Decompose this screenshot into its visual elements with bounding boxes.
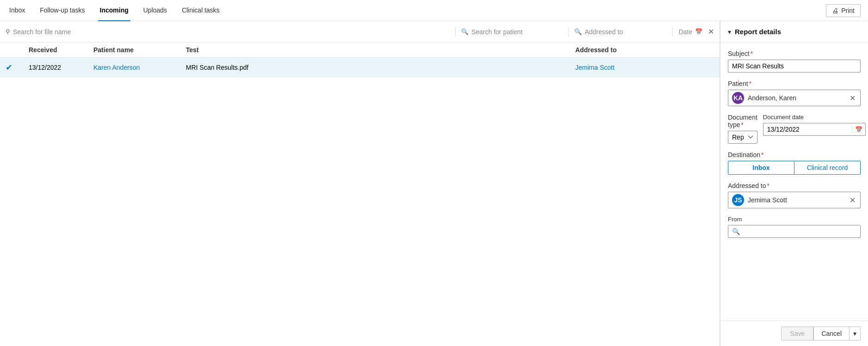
patient-placeholder: Search for patient bbox=[471, 28, 523, 36]
filter-divider-1 bbox=[455, 27, 456, 36]
tab-followup[interactable]: Follow-up tasks bbox=[38, 0, 86, 21]
doc-date-field: Document date 📅 bbox=[763, 114, 866, 144]
patient-label: Patient* bbox=[728, 80, 861, 87]
addressed-avatar: JS bbox=[732, 194, 744, 206]
subject-field: Subject* bbox=[728, 50, 861, 73]
search-icon-patient: 🔍 bbox=[461, 28, 468, 35]
doc-type-label: Document type* bbox=[728, 114, 757, 128]
right-panel: ▾ Report details Subject* Patient* KA bbox=[720, 21, 868, 346]
tab-inbox[interactable]: Inbox bbox=[7, 0, 27, 21]
col-test: Test bbox=[186, 46, 575, 54]
destination-required: * bbox=[761, 151, 763, 158]
row-check-icon: ✔ bbox=[6, 62, 29, 73]
patient-tag: KA Anderson, Karen ✕ bbox=[728, 90, 861, 106]
panel-title: Report details bbox=[735, 28, 781, 36]
table-header: Received Patient name Test Addressed to bbox=[0, 42, 720, 58]
from-input[interactable] bbox=[743, 228, 856, 235]
top-nav: Inbox Follow-up tasks Incoming Uploads C… bbox=[0, 0, 868, 21]
patient-field: Patient* KA Anderson, Karen ✕ bbox=[728, 80, 861, 106]
tab-incoming[interactable]: Incoming bbox=[98, 0, 130, 21]
doc-date-input-wrap: 📅 bbox=[763, 123, 866, 136]
save-button: Save bbox=[781, 327, 813, 340]
col-patient: Patient name bbox=[93, 46, 186, 54]
patient-avatar: KA bbox=[732, 92, 744, 104]
col-check bbox=[6, 46, 29, 54]
cancel-dropdown-button[interactable]: ▾ bbox=[850, 327, 861, 340]
addressed-filter[interactable]: 🔍 Addressed to bbox=[574, 28, 667, 36]
addressed-to-label: Addressed to* bbox=[728, 182, 861, 189]
doc-type-select[interactable]: Report bbox=[728, 131, 757, 144]
doc-type-required: * bbox=[741, 121, 743, 128]
doc-type-date-row: Document type* Report Document date 📅 bbox=[728, 114, 861, 144]
filter-close-icon[interactable]: ✕ bbox=[708, 27, 714, 36]
addressed-placeholder: Addressed to bbox=[585, 28, 623, 36]
search-icon-addressed: 🔍 bbox=[574, 28, 582, 35]
filter-divider-2 bbox=[568, 27, 569, 36]
destination-label: Destination* bbox=[728, 151, 861, 158]
addressed-to-field: Addressed to* JS Jemima Scott ✕ bbox=[728, 182, 861, 208]
row-test: MRI Scan Results.pdf bbox=[186, 64, 575, 71]
print-label: Print bbox=[841, 7, 855, 14]
panel-header: ▾ Report details bbox=[720, 21, 868, 42]
filter-icon: ⚲ bbox=[6, 28, 10, 35]
doc-date-label: Document date bbox=[763, 114, 866, 121]
row-addressed-to[interactable]: Jemima Scott bbox=[575, 64, 714, 71]
collapse-icon[interactable]: ▾ bbox=[728, 28, 731, 36]
subject-input[interactable] bbox=[728, 60, 861, 73]
panel-body: Subject* Patient* KA Anderson, Karen ✕ bbox=[720, 42, 868, 321]
patient-remove-button[interactable]: ✕ bbox=[849, 94, 856, 103]
main-layout: ⚲ Search for file name 🔍 Search for pati… bbox=[0, 21, 868, 346]
print-button[interactable]: 🖨 Print bbox=[826, 4, 861, 17]
date-filter[interactable]: Date 📅 bbox=[678, 28, 702, 36]
cancel-button[interactable]: Cancel bbox=[813, 327, 850, 340]
tab-clinical[interactable]: Clinical tasks bbox=[180, 0, 222, 21]
table-row[interactable]: ✔ 13/12/2022 Karen Anderson MRI Scan Res… bbox=[0, 58, 720, 78]
doc-date-calendar-button[interactable]: 📅 bbox=[852, 126, 865, 133]
patient-name: Anderson, Karen bbox=[748, 94, 845, 102]
destination-buttons: Inbox Clinical record bbox=[728, 161, 861, 175]
addressed-tag: JS Jemima Scott ✕ bbox=[728, 192, 861, 208]
file-name-placeholder: Search for file name bbox=[13, 28, 71, 36]
date-label: Date bbox=[678, 28, 692, 36]
subject-required: * bbox=[751, 50, 753, 57]
doc-date-input[interactable] bbox=[763, 123, 852, 135]
tab-uploads[interactable]: Uploads bbox=[142, 0, 169, 21]
row-patient-name[interactable]: Karen Anderson bbox=[93, 64, 186, 71]
from-search-icon: 🔍 bbox=[732, 228, 740, 235]
left-panel: ⚲ Search for file name 🔍 Search for pati… bbox=[0, 21, 720, 346]
from-label: From bbox=[728, 216, 861, 223]
destination-inbox-button[interactable]: Inbox bbox=[728, 161, 794, 175]
doc-type-field: Document type* Report bbox=[728, 114, 757, 144]
file-name-filter[interactable]: ⚲ Search for file name bbox=[6, 28, 449, 36]
panel-footer: Save Cancel ▾ bbox=[720, 321, 868, 346]
addressed-name: Jemima Scott bbox=[748, 196, 845, 204]
print-icon: 🖨 bbox=[832, 7, 838, 14]
filter-bar: ⚲ Search for file name 🔍 Search for pati… bbox=[0, 21, 720, 42]
destination-field: Destination* Inbox Clinical record bbox=[728, 151, 861, 175]
col-addressed: Addressed to bbox=[575, 46, 714, 54]
subject-label: Subject* bbox=[728, 50, 861, 57]
calendar-icon[interactable]: 📅 bbox=[695, 28, 702, 35]
filter-divider-3 bbox=[672, 27, 673, 36]
calendar-icon-date: 📅 bbox=[855, 126, 862, 133]
patient-filter[interactable]: 🔍 Search for patient bbox=[461, 28, 563, 36]
chevron-down-icon: ▾ bbox=[853, 330, 856, 337]
patient-required: * bbox=[749, 80, 751, 87]
from-field: From 🔍 bbox=[728, 216, 861, 238]
addressed-required: * bbox=[767, 182, 770, 189]
col-received: Received bbox=[29, 46, 93, 54]
addressed-remove-button[interactable]: ✕ bbox=[849, 196, 856, 205]
destination-clinical-button[interactable]: Clinical record bbox=[794, 161, 861, 175]
row-received: 13/12/2022 bbox=[29, 64, 93, 71]
from-input-wrap: 🔍 bbox=[728, 225, 861, 238]
